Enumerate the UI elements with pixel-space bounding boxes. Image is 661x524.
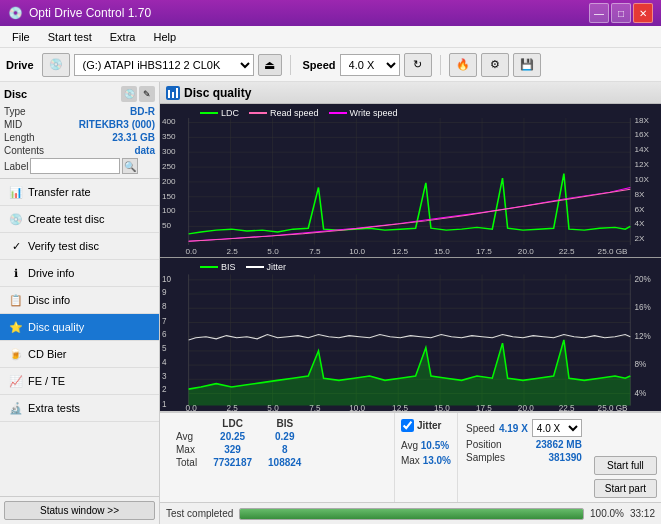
type-label: Type xyxy=(4,106,26,117)
minimize-button[interactable]: — xyxy=(589,3,609,23)
nav-fe-te[interactable]: 📈 FE / TE xyxy=(0,368,159,395)
svg-text:20.0: 20.0 xyxy=(518,248,535,257)
status-window-button[interactable]: Status window >> xyxy=(4,501,155,520)
status-text: Test completed xyxy=(166,508,233,519)
mid-value: RITEKBR3 (000) xyxy=(79,119,155,130)
charts-container: LDC Read speed Write speed xyxy=(160,104,661,412)
legend-bis-label: BIS xyxy=(221,262,236,272)
progress-time: 33:12 xyxy=(630,508,655,519)
stats-table: LDC BIS Avg 20.25 0.29 Max 329 xyxy=(160,413,394,502)
create-test-disc-icon: 💿 xyxy=(8,211,24,227)
drive-icon-btn[interactable]: 💿 xyxy=(42,53,70,77)
disc-info-icon: 📋 xyxy=(8,292,24,308)
title-bar: 💿 Opti Drive Control 1.70 — □ ✕ xyxy=(0,0,661,26)
jitter-section: Jitter Avg 10.5% Max 13.0% xyxy=(394,413,457,502)
avg-ldc: 20.25 xyxy=(205,430,260,443)
toolbar: Drive 💿 (G:) ATAPI iHBS112 2 CL0K ⏏ Spee… xyxy=(0,48,661,82)
chart-title: Disc quality xyxy=(184,86,251,100)
max-label: Max xyxy=(168,443,205,456)
drive-select[interactable]: (G:) ATAPI iHBS112 2 CL0K xyxy=(74,54,254,76)
svg-text:200: 200 xyxy=(162,177,176,186)
sidebar-bottom: Status window >> xyxy=(0,496,159,524)
nav-extra-tests-label: Extra tests xyxy=(28,402,80,414)
table-row-total: Total 7732187 108824 xyxy=(168,456,309,469)
nav-create-test-disc[interactable]: 💿 Create test disc xyxy=(0,206,159,233)
label-icon-btn[interactable]: 🔍 xyxy=(122,158,138,174)
nav-transfer-rate[interactable]: 📊 Transfer rate xyxy=(0,179,159,206)
transfer-rate-icon: 📊 xyxy=(8,184,24,200)
total-bis: 108824 xyxy=(260,456,309,469)
label-input[interactable] xyxy=(30,158,120,174)
settings-button[interactable]: ⚙ xyxy=(481,53,509,77)
progress-percent: 100.0% xyxy=(590,508,624,519)
nav-disc-quality[interactable]: ⭐ Disc quality xyxy=(0,314,159,341)
toolbar-separator xyxy=(290,55,291,75)
svg-text:400: 400 xyxy=(162,118,176,127)
svg-text:150: 150 xyxy=(162,192,176,201)
disc-icon-1: 💿 xyxy=(121,86,137,102)
svg-text:4X: 4X xyxy=(634,220,645,229)
speed-static-label: Speed xyxy=(466,423,495,434)
start-part-button[interactable]: Start part xyxy=(594,479,657,498)
disc-quality-icon: ⭐ xyxy=(8,319,24,335)
svg-text:9: 9 xyxy=(162,287,167,297)
close-button[interactable]: ✕ xyxy=(633,3,653,23)
lower-chart-svg: 10 9 8 7 6 5 4 3 2 1 20% 16% 12% 8% 4% xyxy=(160,258,661,411)
table-row-max: Max 329 8 xyxy=(168,443,309,456)
disc-icon-2[interactable]: ✎ xyxy=(139,86,155,102)
col-empty xyxy=(168,417,205,430)
nav-verify-test-disc[interactable]: ✓ Verify test disc xyxy=(0,233,159,260)
menu-help[interactable]: Help xyxy=(145,29,184,45)
legend-read-speed: Read speed xyxy=(249,108,319,118)
speed-dropdown[interactable]: 4.0 X xyxy=(532,419,582,437)
svg-rect-3 xyxy=(160,104,661,257)
nav-cd-bier[interactable]: 🍺 CD Bier xyxy=(0,341,159,368)
contents-label: Contents xyxy=(4,145,44,156)
legend-ldc: LDC xyxy=(200,108,239,118)
legend-ldc-label: LDC xyxy=(221,108,239,118)
menu-start-test[interactable]: Start test xyxy=(40,29,100,45)
table-row-avg: Avg 20.25 0.29 xyxy=(168,430,309,443)
speed-select[interactable]: 4.0 X xyxy=(340,54,400,76)
action-buttons: Start full Start part xyxy=(590,413,661,502)
refresh-button[interactable]: ↻ xyxy=(404,53,432,77)
contents-value: data xyxy=(134,145,155,156)
burn-button[interactable]: 🔥 xyxy=(449,53,477,77)
svg-text:25.0 GB: 25.0 GB xyxy=(598,248,628,257)
position-value: 23862 MB xyxy=(536,439,582,450)
svg-text:20%: 20% xyxy=(634,274,651,284)
save-button[interactable]: 💾 xyxy=(513,53,541,77)
start-full-button[interactable]: Start full xyxy=(594,456,657,475)
svg-text:1: 1 xyxy=(162,398,167,408)
stats-area: LDC BIS Avg 20.25 0.29 Max 329 xyxy=(160,412,661,502)
svg-text:12.5: 12.5 xyxy=(392,248,409,257)
svg-text:0.0: 0.0 xyxy=(186,248,198,257)
col-ldc: LDC xyxy=(205,417,260,430)
maximize-button[interactable]: □ xyxy=(611,3,631,23)
eject-button[interactable]: ⏏ xyxy=(258,54,282,76)
svg-text:250: 250 xyxy=(162,162,176,171)
nav-extra-tests[interactable]: 🔬 Extra tests xyxy=(0,395,159,422)
svg-text:2: 2 xyxy=(162,384,167,394)
extra-tests-icon: 🔬 xyxy=(8,400,24,416)
nav-drive-info-label: Drive info xyxy=(28,267,74,279)
svg-text:6X: 6X xyxy=(634,205,645,214)
svg-text:16%: 16% xyxy=(634,302,651,312)
svg-text:12%: 12% xyxy=(634,331,651,341)
svg-text:2.5: 2.5 xyxy=(226,248,238,257)
svg-text:15.0: 15.0 xyxy=(434,248,451,257)
progress-bar-outer xyxy=(239,508,584,520)
jitter-checkbox[interactable] xyxy=(401,419,414,432)
svg-text:3: 3 xyxy=(162,371,167,381)
svg-text:10X: 10X xyxy=(634,175,649,184)
nav-drive-info[interactable]: ℹ Drive info xyxy=(0,260,159,287)
max-ldc: 329 xyxy=(205,443,260,456)
chart-header-icon xyxy=(166,86,180,100)
menu-extra[interactable]: Extra xyxy=(102,29,144,45)
nav-disc-info[interactable]: 📋 Disc info xyxy=(0,287,159,314)
jitter-avg: Avg 10.5% xyxy=(401,440,449,451)
menu-file[interactable]: File xyxy=(4,29,38,45)
fe-te-icon: 📈 xyxy=(8,373,24,389)
svg-text:50: 50 xyxy=(162,222,172,231)
toolbar-separator-2 xyxy=(440,55,441,75)
